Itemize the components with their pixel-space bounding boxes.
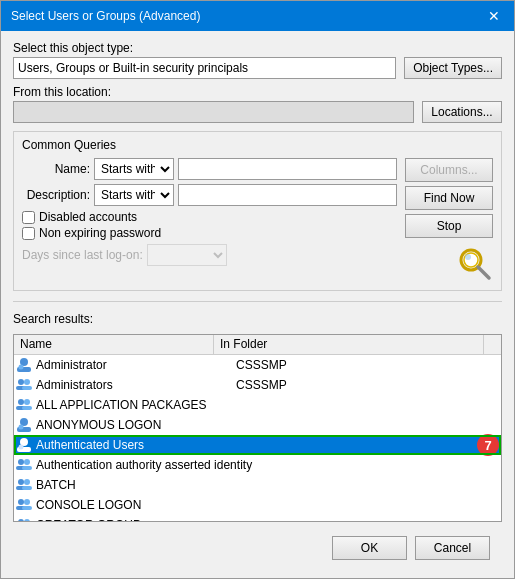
result-name: Authentication authority asserted identi… xyxy=(36,458,336,472)
title-bar: Select Users or Groups (Advanced) ✕ xyxy=(1,1,514,31)
select-users-dialog: Select Users or Groups (Advanced) ✕ Sele… xyxy=(0,0,515,579)
common-queries-group: Common Queries Name: Starts with Descrip… xyxy=(13,131,502,291)
object-type-label: Select this object type: xyxy=(13,41,502,55)
table-row[interactable]: ANONYMOUS LOGON xyxy=(14,415,501,435)
svg-rect-24 xyxy=(22,466,32,470)
group-icon xyxy=(16,457,32,473)
columns-button[interactable]: Columns... xyxy=(405,158,493,182)
table-row[interactable]: Administrator CSSSMP xyxy=(14,355,501,375)
svg-point-29 xyxy=(18,499,24,505)
svg-point-12 xyxy=(24,399,30,405)
dialog-content: Select this object type: Object Types...… xyxy=(1,31,514,578)
days-row: Days since last log-on: xyxy=(22,244,397,266)
user-icon xyxy=(16,357,32,373)
close-button[interactable]: ✕ xyxy=(484,9,504,23)
description-query-label: Description: xyxy=(22,188,90,202)
search-results-label: Search results: xyxy=(13,312,502,326)
description-query-input[interactable] xyxy=(178,184,397,206)
svg-point-25 xyxy=(18,479,24,485)
svg-rect-10 xyxy=(22,386,32,390)
table-row[interactable]: CREATOR GROUP xyxy=(14,515,501,521)
bottom-buttons: OK Cancel xyxy=(13,528,502,568)
svg-rect-14 xyxy=(22,406,32,410)
table-row[interactable]: BATCH xyxy=(14,475,501,495)
svg-point-6 xyxy=(19,365,24,370)
object-type-input[interactable] xyxy=(13,57,396,79)
table-row[interactable]: ALL APPLICATION PACKAGES xyxy=(14,395,501,415)
name-query-input[interactable] xyxy=(178,158,397,180)
svg-point-20 xyxy=(19,445,24,450)
user-icon xyxy=(16,437,32,453)
result-name: CREATOR GROUP xyxy=(36,518,236,521)
description-filter-select[interactable]: Starts with xyxy=(94,184,174,206)
queries-inner: Name: Starts with Description: Starts wi… xyxy=(22,158,493,282)
svg-point-21 xyxy=(18,459,24,465)
location-section: From this location: Locations... xyxy=(13,85,502,123)
group-icon xyxy=(16,517,32,521)
table-row[interactable]: Administrators CSSSMP xyxy=(14,375,501,395)
svg-point-3 xyxy=(465,254,471,260)
location-input[interactable] xyxy=(13,101,414,123)
svg-rect-28 xyxy=(22,486,32,490)
queries-right: Columns... Find Now Stop xyxy=(405,158,493,282)
stop-button[interactable]: Stop xyxy=(405,214,493,238)
queries-left: Name: Starts with Description: Starts wi… xyxy=(22,158,397,282)
group-icon xyxy=(16,497,32,513)
disabled-accounts-row: Disabled accounts xyxy=(22,210,397,224)
cancel-button[interactable]: Cancel xyxy=(415,536,490,560)
svg-point-8 xyxy=(24,379,30,385)
name-filter-select[interactable]: Starts with xyxy=(94,158,174,180)
non-expiring-label: Non expiring password xyxy=(39,226,161,240)
non-expiring-row: Non expiring password xyxy=(22,226,397,240)
svg-point-11 xyxy=(18,399,24,405)
result-folder: CSSSMP xyxy=(236,378,499,392)
locations-button[interactable]: Locations... xyxy=(422,101,502,123)
table-row[interactable]: Authenticated Users 7 xyxy=(14,435,501,455)
dialog-title: Select Users or Groups (Advanced) xyxy=(11,9,200,23)
result-name: Administrators xyxy=(36,378,236,392)
days-select[interactable] xyxy=(147,244,227,266)
scrollbar-spacer xyxy=(484,335,501,354)
user-icon xyxy=(16,417,32,433)
result-name: Administrator xyxy=(36,358,236,372)
object-type-row: Object Types... xyxy=(13,57,502,79)
group-icon xyxy=(16,397,32,413)
search-magnifier-icon xyxy=(457,246,493,282)
column-name-header[interactable]: Name xyxy=(14,335,214,354)
results-list[interactable]: Administrator CSSSMP Administrators CSSS… xyxy=(14,355,501,521)
find-now-button[interactable]: Find Now xyxy=(405,186,493,210)
svg-point-33 xyxy=(18,519,24,521)
days-label: Days since last log-on: xyxy=(22,248,143,262)
object-type-section: Select this object type: Object Types... xyxy=(13,41,502,79)
name-query-label: Name: xyxy=(22,162,90,176)
column-folder-header[interactable]: In Folder xyxy=(214,335,484,354)
svg-point-26 xyxy=(24,479,30,485)
common-queries-legend: Common Queries xyxy=(22,138,493,152)
svg-point-22 xyxy=(24,459,30,465)
disabled-accounts-checkbox[interactable] xyxy=(22,211,35,224)
description-query-row: Description: Starts with xyxy=(22,184,397,206)
svg-point-30 xyxy=(24,499,30,505)
object-types-button[interactable]: Object Types... xyxy=(404,57,502,79)
svg-line-2 xyxy=(478,267,489,278)
non-expiring-checkbox[interactable] xyxy=(22,227,35,240)
result-name: ALL APPLICATION PACKAGES xyxy=(36,398,236,412)
table-row[interactable]: CONSOLE LOGON xyxy=(14,495,501,515)
table-row[interactable]: Authentication authority asserted identi… xyxy=(14,455,501,475)
location-row: Locations... xyxy=(13,101,502,123)
result-name: Authenticated Users xyxy=(36,438,236,452)
result-name: ANONYMOUS LOGON xyxy=(36,418,236,432)
svg-point-34 xyxy=(24,519,30,521)
name-query-row: Name: Starts with xyxy=(22,158,397,180)
result-folder: CSSSMP xyxy=(236,358,499,372)
search-icon-area xyxy=(405,246,493,282)
results-area: Name In Folder Administrator CSSSMP xyxy=(13,334,502,522)
results-header: Name In Folder xyxy=(14,335,501,355)
ok-button[interactable]: OK xyxy=(332,536,407,560)
group-icon xyxy=(16,477,32,493)
result-name: CONSOLE LOGON xyxy=(36,498,236,512)
svg-rect-32 xyxy=(22,506,32,510)
group-icon xyxy=(16,377,32,393)
divider xyxy=(13,301,502,302)
badge-7: 7 xyxy=(477,434,499,456)
